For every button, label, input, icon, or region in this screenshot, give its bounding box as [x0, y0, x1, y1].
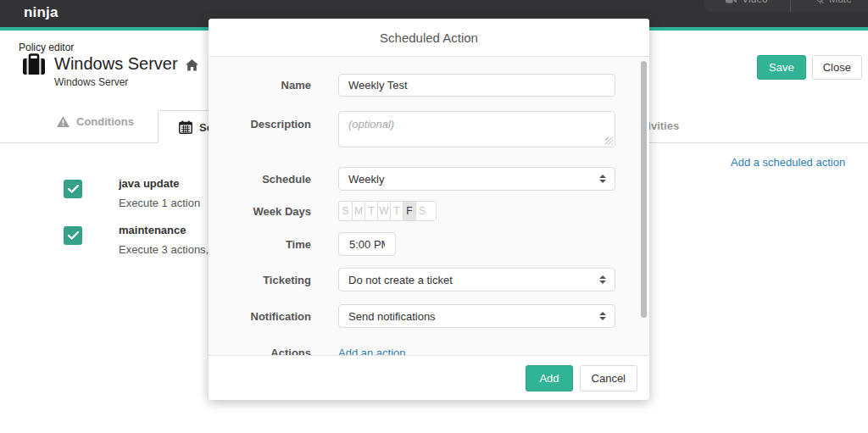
name-input[interactable] — [338, 74, 615, 97]
tab-conditions-label: Conditions — [76, 115, 134, 128]
scheduled-action-desc: Execute 3 actions, W — [119, 243, 222, 256]
time-input[interactable] — [338, 232, 396, 256]
calendar-icon — [179, 120, 192, 134]
select-arrows-icon — [599, 175, 606, 183]
ticketing-select[interactable]: Do not create a ticket — [338, 268, 615, 291]
modal-body: Name Description (optional) Schedule — [209, 57, 649, 355]
weekday-tuesday-button[interactable]: T — [364, 202, 377, 220]
add-scheduled-action-link[interactable]: Add a scheduled action — [731, 156, 845, 169]
week-days-group: SMTWTFS — [338, 201, 437, 221]
tab-activities-label: tivities — [644, 119, 679, 132]
time-field-label: Time — [209, 238, 311, 251]
scheduled-action-name[interactable]: java update — [119, 177, 180, 190]
select-arrows-icon — [599, 312, 606, 320]
tab-conditions[interactable]: Conditions — [57, 115, 134, 128]
ticketing-select-value: Do not create a ticket — [348, 274, 453, 286]
close-button[interactable]: Close — [812, 55, 862, 80]
select-arrows-icon — [599, 275, 606, 284]
video-button[interactable]: Video — [704, 0, 790, 12]
ticketing-field-label: Ticketing — [209, 274, 311, 286]
page-title: Windows Server — [54, 54, 178, 74]
scheduled-action-modal: Scheduled Action Name Description (optio… — [209, 19, 649, 400]
textarea-resize-grip[interactable] — [605, 137, 613, 145]
video-button-label: Video — [742, 0, 767, 5]
breadcrumb: Policy editor — [19, 42, 74, 53]
notification-field-label: Notification — [209, 310, 311, 323]
weekday-monday-button[interactable]: M — [352, 202, 364, 220]
checkbox-maintenance[interactable] — [64, 226, 82, 245]
modal-title: Scheduled Action — [380, 31, 478, 45]
week-days-group-pad — [428, 202, 436, 220]
video-camera-icon — [726, 0, 737, 3]
add-an-action-link[interactable]: Add an action — [338, 347, 406, 355]
actions-field-label: Actions — [209, 347, 311, 356]
weekday-thursday-button[interactable]: T — [390, 202, 403, 220]
week-days-field-label: Week Days — [209, 205, 311, 218]
microphone-mute-icon — [816, 0, 824, 4]
description-field-label: Description — [209, 118, 311, 130]
weekday-saturday-button[interactable]: S — [415, 202, 428, 220]
checkbox-java-update[interactable] — [64, 180, 82, 198]
mute-button[interactable]: Mute — [790, 0, 868, 12]
scheduled-action-name[interactable]: maintenance — [119, 224, 186, 236]
page-subtitle: Windows Server — [54, 76, 128, 88]
weekday-sunday-button[interactable]: S — [339, 202, 352, 220]
ninja-logo: ninja — [24, 4, 58, 21]
schedule-field-label: Schedule — [209, 173, 311, 186]
warning-triangle-icon — [57, 116, 70, 127]
notification-select[interactable]: Send notifications — [338, 304, 615, 328]
description-placeholder: (optional) — [348, 118, 394, 130]
weekday-wednesday-button[interactable]: W — [377, 202, 390, 220]
schedule-select[interactable]: Weekly — [338, 167, 615, 191]
modal-footer: Add Cancel — [209, 355, 649, 400]
description-textarea[interactable]: (optional) — [338, 111, 615, 147]
policy-briefcase-icon — [22, 53, 46, 75]
save-button[interactable]: Save — [757, 55, 806, 80]
scheduled-action-desc: Execute 1 action — [119, 197, 200, 209]
notification-select-value: Send notifications — [348, 310, 436, 323]
cancel-button[interactable]: Cancel — [580, 365, 637, 391]
app-window: ninja Video Mute Policy editor Windows S… — [0, 0, 868, 433]
modal-header: Scheduled Action — [209, 19, 649, 57]
tab-activities[interactable]: tivities — [644, 119, 679, 132]
screenshare-control-overlay: Video Mute — [704, 0, 868, 12]
add-button[interactable]: Add — [526, 365, 572, 391]
schedule-select-value: Weekly — [348, 173, 384, 186]
weekday-friday-button[interactable]: F — [403, 202, 415, 220]
home-icon[interactable] — [186, 59, 198, 71]
modal-scrollbar-thumb[interactable] — [641, 61, 647, 318]
name-field-label: Name — [209, 79, 311, 92]
mute-button-label: Mute — [829, 0, 852, 5]
